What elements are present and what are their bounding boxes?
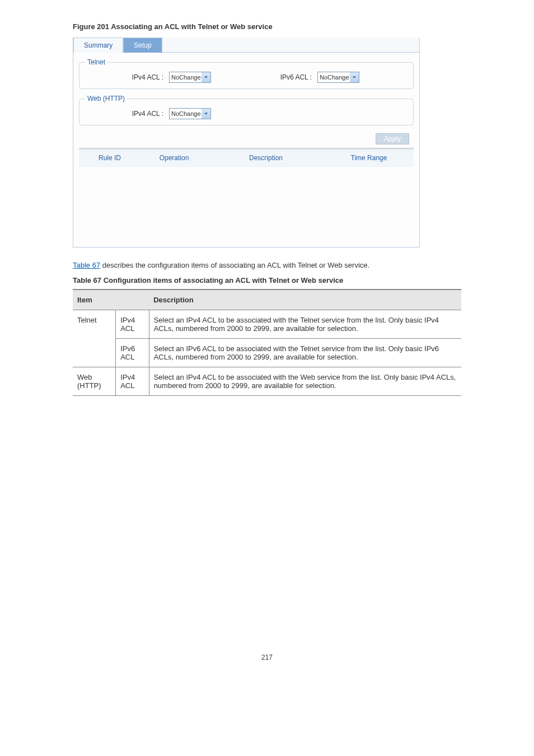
col-description: Description	[208, 150, 324, 166]
group-web-http: Web (HTTP) IPv4 ACL : NoChange	[79, 95, 414, 125]
page-number: 217	[73, 654, 461, 661]
table-row: Web (HTTP) IPv4 ACL Select an IPv4 ACL t…	[73, 367, 461, 396]
cell-text: Select an IPv4 ACL to be associated with…	[149, 367, 461, 396]
tab-row: Summary Setup	[73, 38, 419, 53]
telnet-ipv4-label: IPv4 ACL :	[124, 73, 163, 81]
intro-suffix: describes the configuration items of ass…	[100, 261, 369, 269]
intro-paragraph: Table 67 describes the configuration ite…	[73, 261, 461, 269]
table-reference-link[interactable]: Table 67	[73, 261, 100, 269]
rule-table-body-empty	[79, 166, 414, 239]
web-ipv4-select[interactable]: NoChange	[169, 108, 211, 119]
cell-text: Select an IPv4 ACL to be associated with…	[149, 310, 461, 339]
group-web-legend: Web (HTTP)	[85, 95, 127, 102]
cell-subitem: IPv4 ACL	[116, 310, 149, 339]
rule-table-header: Rule ID Operation Description Time Range	[79, 149, 414, 166]
cell-subitem: IPv6 ACL	[116, 339, 149, 367]
chevron-down-icon	[202, 72, 210, 82]
telnet-ipv6-select[interactable]: NoChange	[317, 72, 359, 83]
cell-group-web: Web (HTTP)	[73, 367, 116, 396]
web-ipv4-label: IPv4 ACL :	[124, 110, 163, 118]
cell-subitem: IPv4 ACL	[116, 367, 149, 396]
chevron-down-icon	[202, 109, 210, 119]
col-time-range: Time Range	[324, 150, 414, 166]
telnet-ipv6-label: IPv6 ACL :	[273, 73, 312, 81]
col-operation: Operation	[140, 150, 208, 166]
tab-summary[interactable]: Summary	[73, 38, 123, 53]
table-caption: Table 67 Configuration items of associat…	[73, 276, 461, 284]
table-row: Telnet IPv4 ACL Select an IPv4 ACL to be…	[73, 310, 461, 339]
header-item: Item	[73, 290, 149, 310]
col-rule-id: Rule ID	[79, 150, 140, 166]
tab-strip-remainder	[162, 38, 419, 53]
header-description: Description	[149, 290, 461, 310]
figure-caption: Figure 201 Associating an ACL with Telne…	[73, 22, 461, 31]
telnet-ipv4-value: NoChange	[171, 74, 201, 81]
web-ipv4-value: NoChange	[171, 110, 201, 117]
apply-button[interactable]: Apply	[376, 133, 409, 144]
ui-screenshot-panel: Summary Setup Telnet IPv4 ACL : NoChange…	[73, 38, 420, 248]
cell-text: Select an IPv6 ACL to be associated with…	[149, 339, 461, 367]
telnet-ipv4-select[interactable]: NoChange	[169, 72, 211, 83]
telnet-ipv6-value: NoChange	[320, 74, 349, 81]
group-telnet-legend: Telnet	[85, 58, 107, 66]
config-items-table: Item Description Telnet IPv4 ACL Select …	[73, 289, 461, 396]
chevron-down-icon	[350, 72, 359, 82]
cell-group-telnet: Telnet	[73, 310, 116, 367]
tab-setup[interactable]: Setup	[123, 38, 162, 53]
group-telnet: Telnet IPv4 ACL : NoChange IPv6 ACL : No…	[79, 58, 414, 89]
table-row: IPv6 ACL Select an IPv6 ACL to be associ…	[73, 339, 461, 367]
